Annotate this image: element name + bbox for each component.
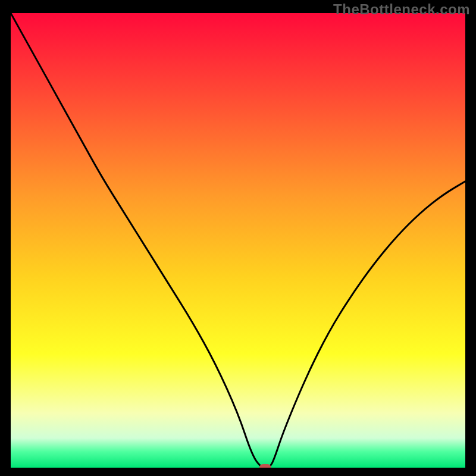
gradient-background	[11, 13, 465, 468]
chart-plot-area	[11, 13, 465, 468]
watermark-text: TheBottleneck.com	[333, 1, 470, 18]
optimum-marker	[259, 464, 271, 468]
svg-rect-0	[259, 464, 271, 468]
chart-svg	[11, 13, 465, 468]
chart-frame: TheBottleneck.com	[0, 0, 476, 476]
